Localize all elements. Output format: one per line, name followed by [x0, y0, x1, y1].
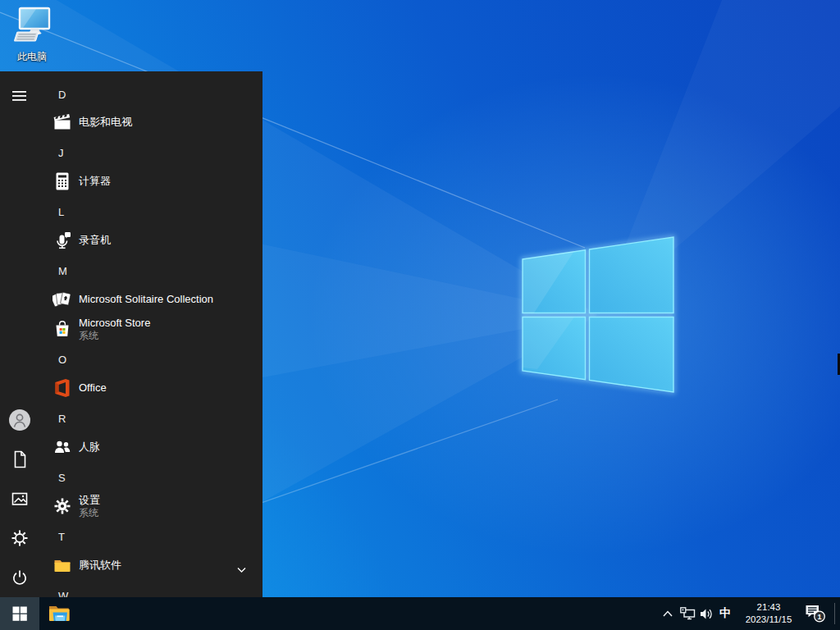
section-letter-r[interactable]: R [0, 413, 262, 426]
calculator-icon [52, 171, 72, 191]
volume-tray-button[interactable] [697, 597, 715, 630]
voice-recorder-icon [52, 231, 72, 250]
taskbar-clock[interactable]: 21:43 2023/11/15 [736, 601, 801, 626]
movies-tv-icon [52, 112, 72, 132]
section-letter-w[interactable]: W [0, 590, 262, 597]
app-item-settings[interactable]: 设置 系统 [0, 488, 262, 524]
show-hidden-icons-button[interactable] [658, 597, 677, 630]
app-label: Office [79, 381, 107, 395]
section-letter-s[interactable]: S [0, 472, 262, 485]
file-explorer-icon [48, 605, 70, 623]
notification-badge-count: 1 [817, 613, 821, 621]
this-pc-icon [9, 7, 55, 46]
app-item-solitaire[interactable]: Microsoft Solitaire Collection [0, 285, 262, 313]
app-sublabel: 系统 [79, 330, 150, 342]
section-letter-o[interactable]: O [0, 354, 262, 367]
clock-date: 2023/11/15 [736, 614, 801, 626]
chevron-down-icon[interactable] [237, 562, 246, 577]
show-desktop-divider [834, 603, 835, 624]
chevron-up-icon [662, 609, 673, 618]
app-label: 录音机 [79, 234, 111, 247]
section-letter-m[interactable]: M [0, 265, 262, 278]
app-label: 腾讯软件 [79, 559, 121, 572]
app-label: 设置 [79, 494, 100, 507]
app-label: Microsoft Solitaire Collection [79, 293, 213, 306]
network-tray-button[interactable] [678, 597, 697, 630]
this-pc-desktop-icon[interactable]: 此电脑 [7, 7, 57, 64]
app-label: 计算器 [79, 175, 111, 188]
people-icon [52, 437, 72, 457]
app-item-tencent-folder[interactable]: 腾讯软件 [0, 551, 262, 579]
volume-icon [700, 608, 714, 620]
solitaire-cards-icon [52, 290, 72, 309]
file-explorer-button[interactable] [39, 597, 79, 630]
store-bag-icon [52, 319, 72, 339]
folder-icon [52, 555, 72, 575]
network-ethernet-icon [680, 607, 696, 620]
section-letter-j[interactable]: J [0, 147, 262, 160]
section-letter-d[interactable]: D [0, 89, 262, 102]
action-center-button[interactable]: 1 [803, 597, 828, 630]
app-label: 电影和电视 [79, 116, 132, 129]
action-center-icon: 1 [805, 604, 826, 623]
app-item-movies-tv[interactable]: 电影和电视 [0, 108, 262, 136]
app-item-people[interactable]: 人脉 [0, 433, 262, 461]
app-item-calculator[interactable]: 计算器 [0, 167, 262, 195]
windows-flag-icon [12, 606, 27, 621]
ime-indicator[interactable]: 中 [715, 597, 735, 630]
section-letter-t[interactable]: T [0, 531, 262, 544]
app-item-voice-recorder[interactable]: 录音机 [0, 226, 262, 254]
app-label: Microsoft Store [79, 317, 150, 330]
app-item-microsoft-store[interactable]: Microsoft Store 系统 [0, 311, 262, 347]
this-pc-label: 此电脑 [7, 50, 57, 64]
section-letter-l[interactable]: L [0, 206, 262, 219]
ime-label: 中 [719, 606, 731, 621]
taskbar: 中 21:43 2023/11/15 1 [0, 597, 840, 630]
app-item-office[interactable]: Office [0, 374, 262, 402]
office-icon [52, 378, 72, 398]
start-menu: D 电影和电视 J [0, 71, 262, 597]
start-button[interactable] [0, 597, 39, 630]
settings-gear-icon [52, 496, 72, 516]
clock-time: 21:43 [736, 601, 801, 614]
app-label: 人脉 [79, 441, 100, 454]
app-sublabel: 系统 [79, 507, 100, 519]
windows-desktop: 此电脑 [0, 0, 840, 630]
